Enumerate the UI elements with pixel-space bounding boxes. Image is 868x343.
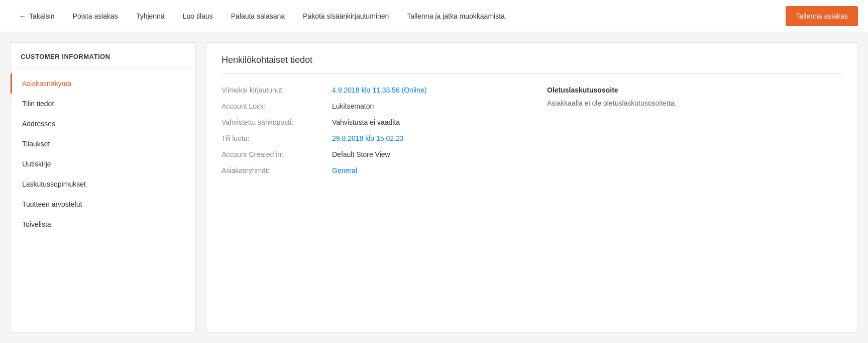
last-login-row: Viimeksi kirjautunut: 4.9.2018 klo 11.33…	[222, 86, 517, 94]
force-login-button[interactable]: Pakota sisäänkirjautuminen	[294, 0, 398, 32]
account-created-row: Tili luotu: 29.8.2018 klo 15.02.23	[222, 134, 517, 142]
sidebar-item-tuotteen-arvostelut[interactable]: Tuotteen arvostelut	[11, 194, 195, 214]
save-customer-button[interactable]: Tallenna asiakas	[786, 6, 858, 26]
account-created-value: 29.8.2018 klo 15.02.23	[332, 134, 403, 142]
created-in-value: Default Store View	[332, 150, 390, 158]
sidebar-item-uutiskirje[interactable]: Uutiskirje	[11, 154, 195, 174]
sidebar-item-tilaukset[interactable]: Tilaukset	[11, 134, 195, 154]
sidebar-title: CUSTOMER INFORMATION	[11, 53, 195, 68]
personal-info-section: Viimeksi kirjautunut: 4.9.2018 klo 11.33…	[222, 86, 517, 183]
email-confirmed-label: Vahvistettu sähköposti:	[222, 118, 322, 126]
sidebar-item-toivelista[interactable]: Toivelista	[11, 214, 195, 234]
customer-group-label: Asiakasryhmät:	[222, 166, 322, 175]
last-login-label: Viimeksi kirjautunut:	[222, 86, 322, 94]
billing-note: Asiakkaalla ei ole oletuslaskutusosoitet…	[547, 99, 842, 107]
reset-password-button[interactable]: Palauta salasana	[222, 0, 294, 32]
back-arrow-icon: ←	[19, 12, 26, 20]
sidebar-item-tilin-tiedot[interactable]: Tilin tiedot	[11, 94, 195, 114]
account-lock-label: Account Lock:	[222, 102, 322, 110]
sidebar-navigation: Asiakasnäkymä Tilin tiedot Addresses Til…	[11, 73, 195, 234]
customer-group-value: General	[332, 166, 357, 175]
billing-title: Oletuslaskutusosoite	[547, 86, 842, 94]
billing-section: Oletuslaskutusosoite Asiakkaalla ei ole …	[547, 86, 842, 183]
account-lock-row: Account Lock: Lukitsematon	[222, 102, 517, 110]
page-title: Henkilökohtaiset tiedot	[222, 55, 842, 74]
save-continue-button[interactable]: Tallenna ja jatka muokkaamista	[398, 0, 514, 32]
back-button[interactable]: ← Takaisin	[10, 0, 64, 32]
email-confirmed-row: Vahvistettu sähköposti: Vahvistusta ei v…	[222, 118, 517, 126]
created-in-label: Account Created in:	[222, 150, 322, 158]
sidebar-item-addresses[interactable]: Addresses	[11, 114, 195, 134]
email-confirmed-value: Vahvistusta ei vaadita	[332, 118, 400, 126]
sidebar-item-asiakasnäkymä[interactable]: Asiakasnäkymä	[11, 73, 195, 94]
toolbar: ← Takaisin Poista asiakas Tyhjennä Luo t…	[0, 0, 868, 32]
content-area: Henkilökohtaiset tiedot Viimeksi kirjaut…	[206, 42, 858, 333]
account-lock-value: Lukitsematon	[332, 102, 374, 110]
create-order-button[interactable]: Luo tilaus	[174, 0, 222, 32]
sidebar: CUSTOMER INFORMATION Asiakasnäkymä Tilin…	[10, 42, 196, 333]
customer-group-row: Asiakasryhmät: General	[222, 166, 517, 175]
main-layout: CUSTOMER INFORMATION Asiakasnäkymä Tilin…	[0, 32, 868, 343]
info-columns: Viimeksi kirjautunut: 4.9.2018 klo 11.33…	[222, 86, 842, 183]
sidebar-item-laskutussopimukset[interactable]: Laskutussopimukset	[11, 174, 195, 194]
reset-button[interactable]: Tyhjennä	[127, 0, 174, 32]
delete-customer-button[interactable]: Poista asiakas	[64, 0, 127, 32]
account-created-label: Tili luotu:	[222, 134, 322, 142]
created-in-row: Account Created in: Default Store View	[222, 150, 517, 158]
last-login-value: 4.9.2018 klo 11.33.56 (Online)	[332, 86, 426, 94]
